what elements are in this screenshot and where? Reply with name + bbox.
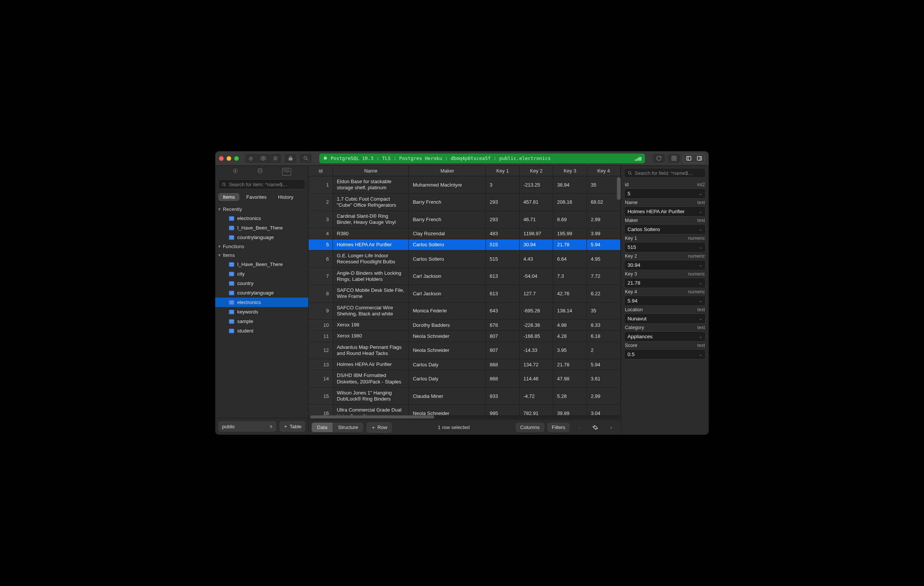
column-header[interactable]: Name bbox=[333, 166, 409, 176]
sidebar-search-input[interactable] bbox=[229, 182, 302, 187]
cell-k1[interactable]: 293 bbox=[485, 211, 519, 228]
search-icon[interactable] bbox=[300, 154, 312, 163]
field-input[interactable]: 5.94⌄ bbox=[624, 296, 706, 306]
tab-history[interactable]: History bbox=[273, 193, 298, 201]
field-input[interactable]: Carlos Soltero⌄ bbox=[624, 224, 706, 235]
tree-section-header[interactable]: ▼Functions bbox=[215, 242, 308, 251]
cell-k1[interactable]: 933 bbox=[485, 387, 519, 405]
cell-k2[interactable]: 1198.97 bbox=[519, 228, 553, 239]
column-header[interactable]: Maker bbox=[409, 166, 486, 176]
cell-k3[interactable]: 4.98 bbox=[553, 319, 587, 331]
left-panel-toggle[interactable] bbox=[683, 154, 694, 163]
sidebar-item-countrylanguage[interactable]: countrylanguage bbox=[215, 233, 308, 242]
cell-k1[interactable]: 643 bbox=[485, 302, 519, 319]
cell-maker[interactable]: Neola Schneider bbox=[409, 342, 486, 359]
cell-k1[interactable]: 3 bbox=[485, 176, 519, 194]
cell-k2[interactable]: -226.36 bbox=[519, 319, 553, 331]
cell-k2[interactable]: 114.46 bbox=[519, 370, 553, 387]
cell-maker[interactable]: Carlos Soltero bbox=[409, 239, 486, 250]
schema-select[interactable]: public ⇅ bbox=[218, 421, 276, 432]
cell-k3[interactable]: 21.78 bbox=[553, 239, 587, 250]
sidebar-tree[interactable]: ▼RecentlyelectronicsI_Have_Been_Therecou… bbox=[215, 203, 308, 418]
cell-k1[interactable]: 807 bbox=[485, 331, 519, 342]
cell-k4[interactable]: 8.33 bbox=[587, 319, 621, 331]
table-row[interactable]: 9SAFCO Commercial Wire Shelving, Black a… bbox=[309, 302, 621, 319]
column-header[interactable]: id bbox=[309, 166, 333, 176]
cell-k2[interactable]: 457.81 bbox=[519, 194, 553, 211]
cell-k4[interactable]: 5.94 bbox=[587, 359, 621, 370]
columns-button[interactable]: Columns bbox=[515, 422, 544, 432]
cell-k1[interactable]: 483 bbox=[485, 228, 519, 239]
cell-k2[interactable]: 46.71 bbox=[519, 211, 553, 228]
sidebar-item-city[interactable]: city bbox=[215, 269, 308, 278]
zoom-window-button[interactable] bbox=[234, 156, 239, 161]
table-row[interactable]: 12Advantus Map Pennant Flags and Round H… bbox=[309, 342, 621, 359]
refresh-icon[interactable] bbox=[653, 154, 665, 163]
cell-k3[interactable]: 8.69 bbox=[553, 211, 587, 228]
cell-k3[interactable]: 7.3 bbox=[553, 268, 587, 285]
tab-favorites[interactable]: Favorites bbox=[242, 193, 271, 201]
cell-k3[interactable]: 47.98 bbox=[553, 370, 587, 387]
eye-icon[interactable] bbox=[257, 154, 269, 163]
table-row[interactable]: 1Eldon Base for stackable storage shelf,… bbox=[309, 176, 621, 194]
cell-k4[interactable]: 3.04 bbox=[587, 405, 621, 415]
filters-button[interactable]: Filters bbox=[548, 422, 570, 432]
table-row[interactable]: 4R380Clay Rozendal4831198.97195.993.99 bbox=[309, 228, 621, 239]
close-window-button[interactable] bbox=[219, 156, 224, 161]
cell-k2[interactable]: 4.43 bbox=[519, 250, 553, 268]
table-row[interactable]: 13Holmes HEPA Air PurifierCarlos Daly868… bbox=[309, 359, 621, 370]
cell-k4[interactable]: 35 bbox=[587, 302, 621, 319]
minimize-window-button[interactable] bbox=[227, 156, 231, 161]
grid-icon[interactable] bbox=[668, 154, 680, 163]
sidebar-item-electronics[interactable]: electronics bbox=[215, 214, 308, 223]
cell-k4[interactable]: 6.18 bbox=[587, 331, 621, 342]
scrollbar-thumb[interactable] bbox=[310, 415, 434, 419]
column-header[interactable]: Key 2 bbox=[519, 166, 553, 176]
field-input[interactable]: 21.78⌄ bbox=[624, 278, 706, 288]
data-grid[interactable]: idNameMakerKey 1Key 2Key 3Key 4 1Eldon B… bbox=[309, 166, 621, 415]
cell-name[interactable]: Wilson Jones 1" Hanging DublLock® Ring B… bbox=[333, 387, 409, 405]
sidebar-search[interactable] bbox=[218, 179, 305, 189]
cell-k4[interactable]: 2 bbox=[587, 342, 621, 359]
cell-maker[interactable]: Claudia Miner bbox=[409, 387, 486, 405]
cell-k1[interactable]: 995 bbox=[485, 405, 519, 415]
table-row[interactable]: 11Xerox 1980Neola Schneider807-166.854.2… bbox=[309, 331, 621, 342]
cell-k3[interactable]: 208.16 bbox=[553, 194, 587, 211]
cell-k3[interactable]: 5.28 bbox=[553, 387, 587, 405]
gear-icon[interactable] bbox=[589, 422, 602, 433]
inspector-search-input[interactable] bbox=[635, 170, 702, 176]
cell-k1[interactable]: 613 bbox=[485, 285, 519, 303]
cell-k1[interactable]: 515 bbox=[485, 250, 519, 268]
cell-maker[interactable]: Carlos Daly bbox=[409, 359, 486, 370]
cell-k4[interactable]: 3.61 bbox=[587, 370, 621, 387]
cell-maker[interactable]: Carlos Soltero bbox=[409, 250, 486, 268]
table-row[interactable]: 21.7 Cubic Foot Compact "Cube" Office Re… bbox=[309, 194, 621, 211]
prev-page-button[interactable]: ‹ bbox=[573, 422, 586, 433]
add-table-button[interactable]: ＋ Table bbox=[279, 421, 305, 432]
cell-name[interactable]: G.E. Longer-Life Indoor Recessed Floodli… bbox=[333, 250, 409, 268]
data-tab[interactable]: Data bbox=[312, 422, 333, 432]
table-row[interactable]: 7Angle-D Binders with Locking Rings, Lab… bbox=[309, 268, 621, 285]
table-row[interactable]: 5Holmes HEPA Air PurifierCarlos Soltero5… bbox=[309, 239, 621, 250]
cell-k2[interactable]: 30.94 bbox=[519, 239, 553, 250]
sql-icon[interactable]: SQL bbox=[282, 168, 291, 175]
cell-maker[interactable]: Monica Federle bbox=[409, 302, 486, 319]
sidebar-item-countrylanguage[interactable]: countrylanguage bbox=[215, 288, 308, 298]
cell-maker[interactable]: Neola Schneider bbox=[409, 405, 486, 415]
tab-items[interactable]: Items bbox=[218, 193, 239, 201]
sidebar-item-electronics[interactable]: electronics bbox=[215, 298, 308, 307]
cell-k3[interactable]: 39.89 bbox=[553, 405, 587, 415]
cell-k3[interactable]: 42.76 bbox=[553, 285, 587, 303]
cancel-icon[interactable]: ⊘ bbox=[245, 154, 257, 163]
cell-name[interactable]: Xerox 198 bbox=[333, 319, 409, 331]
vertical-scrollbar[interactable] bbox=[617, 177, 621, 200]
cell-k3[interactable]: 138.14 bbox=[553, 302, 587, 319]
cell-maker[interactable]: Muhammed MacIntyre bbox=[409, 176, 486, 194]
sidebar-item-country[interactable]: country bbox=[215, 278, 308, 288]
tree-section-header[interactable]: ▼Items bbox=[215, 251, 308, 260]
sidebar-item-I_Have_Been_There[interactable]: I_Have_Been_There bbox=[215, 260, 308, 269]
cell-k2[interactable]: 127.7 bbox=[519, 285, 553, 303]
table-row[interactable]: 15Wilson Jones 1" Hanging DublLock® Ring… bbox=[309, 387, 621, 405]
cell-k1[interactable]: 868 bbox=[485, 359, 519, 370]
field-input[interactable]: Holmes HEPA Air Purifier⌄ bbox=[624, 206, 706, 217]
